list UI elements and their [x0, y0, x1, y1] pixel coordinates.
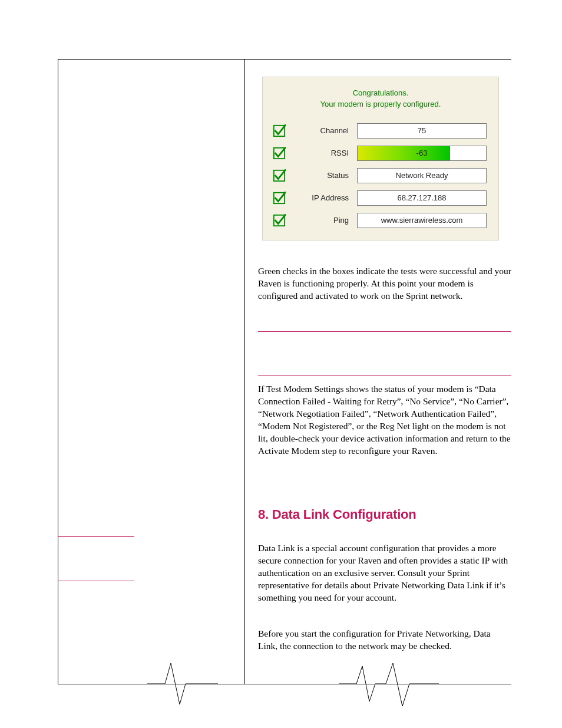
- page-frame-left: [58, 59, 58, 684]
- heartbeat-icon: [147, 660, 218, 707]
- status-row-ip: IP Address 68.27.127.188: [263, 187, 498, 209]
- label-ip: IP Address: [296, 193, 357, 202]
- body-paragraph: Data Link is a special account configura…: [258, 542, 511, 604]
- check-icon: [263, 169, 296, 182]
- value-ping: www.sierrawireless.com: [357, 213, 487, 228]
- body-paragraph: Before you start the configuration for P…: [258, 628, 511, 653]
- check-icon: [263, 124, 296, 137]
- modem-status-panel: Congratulations. Your modem is properly …: [262, 77, 499, 241]
- status-row-rssi: RSSI -63: [263, 142, 498, 164]
- page-frame-top: [58, 59, 511, 60]
- section-divider: [258, 331, 511, 332]
- section-heading: 8. Data Link Configuration: [258, 507, 511, 522]
- status-row-channel: Channel 75: [263, 120, 498, 142]
- value-channel: 75: [357, 123, 487, 139]
- rssi-signal-bar: [358, 146, 450, 160]
- body-paragraph: If Test Modem Settings shows the status …: [258, 383, 511, 457]
- check-icon: [263, 147, 296, 160]
- congrats-line2: Your modem is properly configured.: [320, 100, 441, 108]
- check-icon: [263, 214, 296, 227]
- label-ping: Ping: [296, 216, 357, 225]
- value-ip: 68.27.127.188: [357, 190, 487, 206]
- status-row-status: Status Network Ready: [263, 164, 498, 187]
- congrats-line1: Congratulations.: [353, 88, 409, 97]
- panel-heading: Congratulations. Your modem is properly …: [263, 77, 498, 120]
- label-rssi: RSSI: [296, 149, 357, 157]
- page-frame-gutter: [244, 59, 245, 684]
- margin-rule: [58, 536, 134, 537]
- label-status: Status: [296, 171, 357, 180]
- margin-rule: [58, 581, 134, 581]
- status-row-ping: Ping www.sierrawireless.com: [263, 209, 498, 232]
- body-paragraph: Green checks in the boxes indicate the t…: [258, 265, 511, 302]
- footer-rule: [58, 684, 511, 684]
- value-rssi: -63: [357, 146, 487, 161]
- label-channel: Channel: [296, 126, 357, 135]
- rssi-text: -63: [416, 149, 428, 157]
- heartbeat-icon: [339, 660, 439, 707]
- check-icon: [263, 192, 296, 205]
- value-status: Network Ready: [357, 168, 487, 183]
- section-divider: [258, 375, 511, 375]
